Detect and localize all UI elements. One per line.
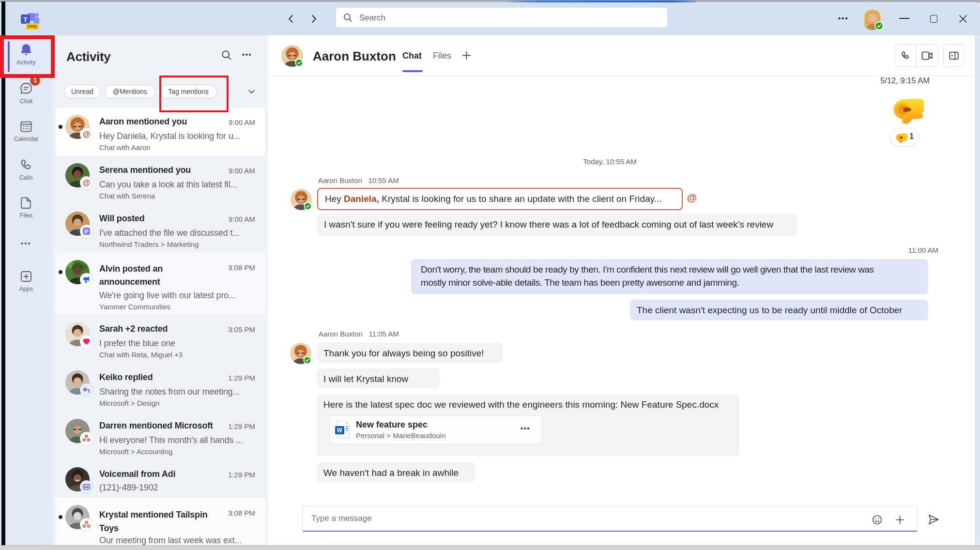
svg-text:W: W (337, 427, 343, 434)
svg-text:T: T (24, 16, 28, 23)
svg-text:PRE: PRE (28, 24, 37, 29)
